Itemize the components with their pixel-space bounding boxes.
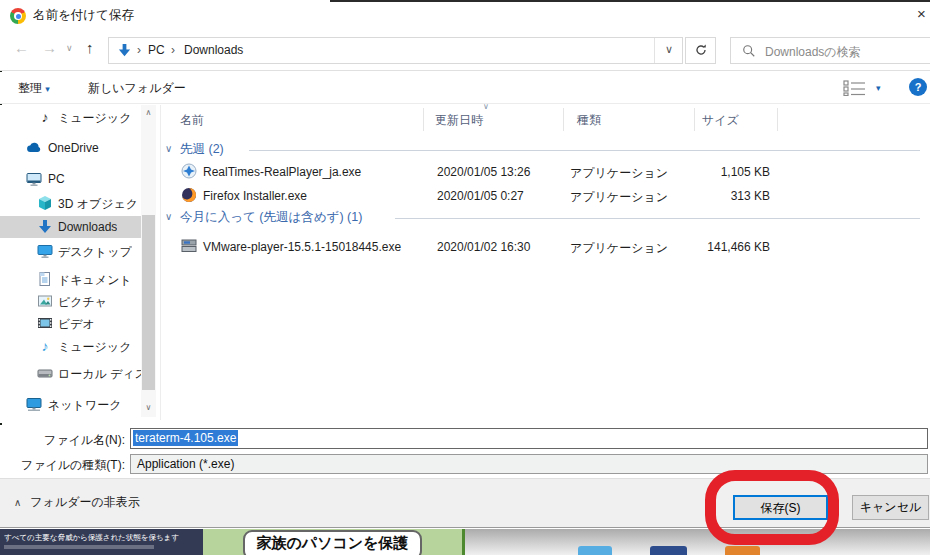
breadcrumb-downloads[interactable]: Downloads (184, 43, 243, 57)
music-note-icon: ♪ (37, 109, 53, 125)
sidebar-item-network[interactable]: ネットワーク (0, 393, 156, 415)
search-placeholder: Downloadsの検索 (765, 44, 861, 61)
sidebar-item-pictures[interactable]: ピクチャ (0, 290, 156, 312)
new-folder-button[interactable]: 新しいフォルダー (88, 80, 186, 97)
breadcrumb-pc[interactable]: PC (148, 43, 165, 57)
chrome-icon (10, 8, 26, 24)
organize-button[interactable]: 整理 ▾ (18, 80, 50, 97)
group-collapse-icon[interactable]: ∨ (165, 143, 172, 154)
realplayer-icon (181, 163, 197, 179)
chevron-up-icon: ∧ (14, 497, 21, 508)
save-as-dialog: 名前を付けて保存 × ← → ∨ ↑ › PC › Downloads ∨ (0, 0, 930, 555)
page-tile-orange (725, 546, 760, 555)
file-list: 名前 ∨ 更新日時 種類 サイズ ∨ 先週 (2) RealTimes-Real… (165, 105, 930, 423)
view-dropdown-icon[interactable]: ▾ (876, 83, 881, 93)
promo-card: 家族のパソコンを保護 (243, 530, 422, 555)
group-collapse-icon[interactable]: ∨ (165, 211, 172, 222)
forward-button[interactable]: → (42, 39, 57, 56)
scroll-up-icon[interactable]: ∧ (141, 108, 156, 117)
column-header-name[interactable]: 名前 (180, 112, 204, 129)
sidebar-item-downloads[interactable]: Downloads (0, 216, 156, 238)
refresh-icon (694, 43, 708, 57)
filetype-label: ファイルの種類(T): (0, 457, 125, 474)
desktop-icon (37, 243, 53, 259)
up-button[interactable]: ↑ (86, 39, 94, 56)
filename-input[interactable]: teraterm-4.105.exe (130, 428, 928, 449)
column-divider[interactable] (694, 108, 695, 131)
download-arrow-icon (37, 219, 53, 235)
organize-dropdown-icon: ▾ (45, 84, 50, 94)
vmware-icon (181, 238, 197, 254)
sidebar-scrollbar[interactable]: ∧ ∨ (141, 105, 156, 417)
hide-folders-button[interactable]: ∧フォルダーの非表示 (14, 494, 140, 511)
close-icon[interactable]: × (917, 5, 926, 22)
sidebar-item-music-top[interactable]: ♪ ミュージック (0, 106, 156, 128)
cancel-button[interactable]: キャンセル (852, 495, 929, 520)
back-button[interactable]: ← (14, 39, 29, 56)
sidebar-item-music[interactable]: ♪ ミュージック (0, 335, 156, 357)
search-icon (742, 44, 756, 58)
downloads-folder-icon (117, 43, 132, 58)
banner-subtext-placeholder (4, 545, 154, 549)
picture-icon (37, 293, 53, 309)
filename-selected-text: teraterm-4.105.exe (133, 430, 238, 446)
address-dropdown-icon[interactable]: ∨ (654, 38, 683, 63)
sidebar-item-videos[interactable]: ビデオ (0, 312, 156, 334)
column-divider[interactable] (777, 108, 778, 131)
breadcrumb-separator-icon: › (137, 43, 141, 57)
column-header-type[interactable]: 種類 (577, 112, 601, 129)
history-dropdown-icon[interactable]: ∨ (66, 43, 73, 53)
firefox-icon (181, 187, 197, 203)
page-tile-blue (578, 546, 612, 555)
file-row-realplayer[interactable]: RealTimes-RealPlayer_ja.exe 2020/01/05 1… (165, 161, 930, 184)
column-header-date[interactable]: 更新日時 (435, 112, 483, 129)
document-icon (37, 271, 53, 287)
security-banner: すべての主要な脅威から保護された状態を保ちます (0, 529, 203, 555)
file-row-firefox[interactable]: Firefox Installer.exe 2020/01/05 0:27 アプ… (165, 185, 930, 208)
music-note-icon: ♪ (37, 338, 53, 354)
sidebar-item-pc[interactable]: PC (0, 168, 156, 190)
sidebar-item-local-disk[interactable]: ローカル ディスク (C (0, 362, 156, 384)
cube-icon (37, 195, 53, 211)
group-divider (395, 218, 920, 219)
window-title: 名前を付けて保存 (33, 7, 134, 24)
sidebar-item-onedrive[interactable]: OneDrive (0, 137, 156, 159)
breadcrumb-separator-icon: › (171, 43, 175, 57)
column-divider[interactable] (423, 108, 424, 131)
red-annotation-circle (705, 470, 839, 545)
page-gradient-area (465, 529, 930, 555)
sidebar-item-3d-objects[interactable]: 3D オブジェクト (0, 192, 156, 214)
pane-divider (160, 105, 161, 420)
navigation-bar: ← → ∨ ↑ › PC › Downloads ∨ Downloadsの検索 (0, 30, 930, 71)
help-button[interactable]: ? (909, 78, 927, 96)
command-toolbar: 整理 ▾ 新しいフォルダー ▾ ? (0, 72, 930, 104)
refresh-button[interactable] (685, 37, 716, 64)
disk-drive-icon (37, 365, 53, 381)
page-tile-navy (650, 546, 687, 555)
monitor-icon (26, 171, 42, 187)
search-box[interactable]: Downloadsの検索 (730, 37, 930, 64)
file-row-vmware[interactable]: VMware-player-15.5.1-15018445.exe 2020/0… (165, 236, 930, 259)
sort-indicator-icon: ∨ (483, 102, 489, 111)
filetype-value: Application (*.exe) (137, 457, 234, 471)
sidebar-item-documents[interactable]: ドキュメント (0, 268, 156, 290)
view-details-icon[interactable] (843, 80, 869, 96)
navigation-pane: ♪ ミュージック OneDrive PC 3D オブジェクト Downloads… (0, 105, 158, 423)
video-icon (37, 315, 53, 331)
scroll-down-icon[interactable]: ∨ (141, 403, 156, 412)
scrollbar-thumb[interactable] (142, 215, 155, 390)
filename-label: ファイル名(N): (0, 432, 125, 449)
group-divider (249, 150, 920, 151)
promo-title: 家族のパソコンを保護 (245, 534, 420, 553)
sidebar-item-desktop[interactable]: デスクトップ (0, 240, 156, 262)
cloud-icon (26, 140, 42, 156)
network-icon (26, 396, 42, 412)
title-bar: 名前を付けて保存 × (0, 2, 930, 30)
address-bar[interactable]: › PC › Downloads ∨ (108, 37, 683, 64)
column-header-size[interactable]: サイズ (702, 112, 739, 129)
column-divider[interactable] (563, 108, 564, 131)
